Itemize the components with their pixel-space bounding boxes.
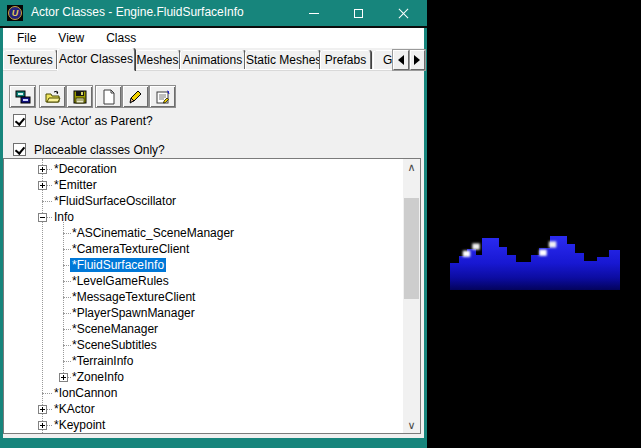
tree-connector-stub (42, 201, 52, 202)
tree-item-label: *Keypoint (52, 418, 107, 432)
tree-item-label: *FluidSurfaceOscillator (52, 194, 178, 208)
actor-classes-window: U Actor Classes - Engine.FluidSurfaceInf… (0, 0, 427, 448)
tree-item-label: *LevelGameRules (70, 274, 171, 288)
tab-scroll-right-button[interactable] (410, 50, 426, 70)
tab-scroll-left-button[interactable] (393, 50, 409, 70)
tree-item-info[interactable]: Info (4, 209, 403, 225)
tab-meshes[interactable]: Meshes (135, 50, 180, 70)
title-bar[interactable]: U Actor Classes - Engine.FluidSurfaceInf… (0, 0, 427, 26)
tab-animations[interactable]: Animations (180, 50, 245, 70)
tree-item-label: *SceneManager (70, 322, 160, 336)
tree-item-label: *Decoration (52, 162, 119, 176)
collapse-minus-icon[interactable] (38, 213, 47, 222)
tab-actor-classes[interactable]: Actor Classes (57, 48, 135, 71)
tree-item-levelgamerules[interactable]: *LevelGameRules (4, 273, 403, 289)
tree-item-fluidsurfaceoscillator[interactable]: *FluidSurfaceOscillator (4, 193, 403, 209)
save-button[interactable] (66, 85, 93, 108)
open-button[interactable] (39, 85, 66, 108)
maximize-icon (354, 9, 363, 18)
scroll-up-icon[interactable]: ∧ (403, 159, 420, 175)
open-folder-icon (45, 89, 61, 105)
expand-plus-icon[interactable] (38, 165, 47, 174)
minimize-icon (309, 13, 319, 14)
tree-item-terraininfo[interactable]: *TerrainInfo (4, 353, 403, 369)
option-label: Use 'Actor' as Parent? (34, 114, 153, 128)
tree-item-label: Info (52, 210, 76, 224)
edit-script-button[interactable] (122, 85, 149, 108)
maximize-button[interactable] (336, 0, 381, 26)
screen: U Actor Classes - Engine.FluidSurfaceInf… (0, 0, 641, 448)
checkbox-checked-icon[interactable] (13, 114, 26, 127)
tab-scroller (392, 50, 425, 70)
tree-item-cameratextureclient[interactable]: *CameraTextureClient (4, 241, 403, 257)
tab-textures[interactable]: Textures (3, 50, 57, 70)
tree-item-label: *ZoneInfo (70, 370, 126, 384)
save-floppy-icon (72, 89, 88, 105)
expand-plus-icon[interactable] (38, 181, 47, 190)
right-arrow-icon (414, 55, 420, 65)
tree-item-fluidsurfaceinfo[interactable]: *FluidSurfaceInfo (4, 257, 403, 273)
tab-static-meshes[interactable]: Static Meshes (245, 50, 320, 70)
tab-prefabs[interactable]: Prefabs (320, 50, 371, 70)
class-tree-panel: *Decoration*Emitter*FluidSurfaceOscillat… (3, 158, 421, 434)
tree-item-label: *FluidSurfaceInfo (70, 258, 166, 272)
tree-item-label: *ASCinematic_SceneManager (70, 226, 236, 240)
tree-item-scenemanager[interactable]: *SceneManager (4, 321, 403, 337)
window-title: Actor Classes - Engine.FluidSurfaceInfo (31, 5, 244, 19)
tree-item-decoration[interactable]: *Decoration (4, 161, 403, 177)
scroll-down-icon[interactable]: ∨ (403, 417, 420, 433)
tree-item-label: *CameraTextureClient (70, 242, 191, 256)
expand-plus-icon[interactable] (38, 421, 47, 430)
class-properties-button[interactable] (149, 85, 176, 108)
menu-view[interactable]: View (50, 29, 92, 47)
expand-plus-icon[interactable] (59, 373, 68, 382)
tree-scrollbar[interactable]: ∧ ∨ (403, 159, 420, 433)
tree-item-keypoint[interactable]: *Keypoint (4, 417, 403, 433)
tree-item-ascinematic_scenemanager[interactable]: *ASCinematic_SceneManager (4, 225, 403, 241)
app-icon: U (7, 5, 23, 21)
option-label: Placeable classes Only? (34, 143, 165, 157)
tree-item-ioncannon[interactable]: *IonCannon (4, 385, 403, 401)
option-placeable-classes-only[interactable]: Placeable classes Only? (13, 142, 165, 157)
tree-item-label: *PlayerSpawnManager (70, 306, 197, 320)
new-document-icon (101, 89, 117, 105)
left-arrow-icon (398, 55, 404, 65)
menu-bar: FileViewClass (3, 28, 424, 48)
tree-item-emitter[interactable]: *Emitter (4, 177, 403, 193)
tree-item-label: *Emitter (52, 178, 99, 192)
tree-connector-stub (42, 393, 52, 394)
tree-item-label: *SceneSubtitles (70, 338, 159, 352)
tree-item-label: *KActor (52, 402, 97, 416)
tab-strip: TexturesActor ClassesMeshesAnimationsSta… (3, 48, 424, 70)
class-tree: *Decoration*Emitter*FluidSurfaceOscillat… (4, 159, 403, 433)
expand-plus-icon[interactable] (38, 405, 47, 414)
tree-item-kactor[interactable]: *KActor (4, 401, 403, 417)
menu-class[interactable]: Class (98, 29, 144, 47)
tree-item-label: *IonCannon (52, 386, 119, 400)
toolbar (3, 70, 424, 110)
checkbox-checked-icon[interactable] (13, 143, 26, 156)
window-body: FileViewClass TexturesActor ClassesMeshe… (0, 28, 427, 448)
scrollbar-thumb[interactable] (404, 198, 419, 299)
new-class-button[interactable] (95, 85, 122, 108)
class-hierarchy-button[interactable] (9, 85, 36, 108)
tree-item-scenesubtitles[interactable]: *SceneSubtitles (4, 337, 403, 353)
minimize-button[interactable] (291, 0, 336, 26)
option-use-actor-as-parent[interactable]: Use 'Actor' as Parent? (13, 113, 153, 128)
tree-item-messagetextureclient[interactable]: *MessageTextureClient (4, 289, 403, 305)
pencil-icon (128, 89, 144, 105)
properties-sheet-icon (155, 89, 171, 105)
tree-item-label: *MessageTextureClient (70, 290, 197, 304)
tree-item-zoneinfo[interactable]: *ZoneInfo (4, 369, 403, 385)
close-button[interactable] (381, 0, 426, 26)
tab-gro[interactable]: Gro (373, 50, 392, 70)
tree-item-label: *TerrainInfo (70, 354, 135, 368)
menu-file[interactable]: File (9, 29, 44, 47)
class-hierarchy-icon (15, 89, 31, 105)
fluid-surface-wave-sprite (450, 230, 620, 292)
tree-item-playerspawnmanager[interactable]: *PlayerSpawnManager (4, 305, 403, 321)
close-icon (398, 8, 409, 19)
